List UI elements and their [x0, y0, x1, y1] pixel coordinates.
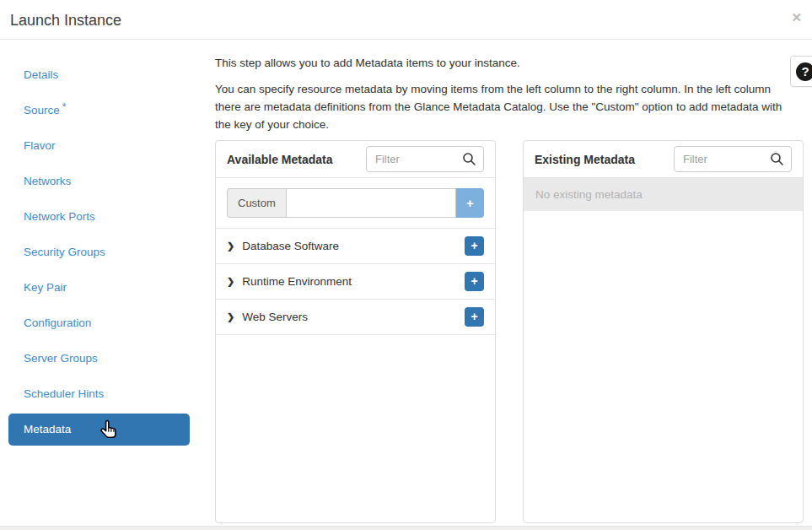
close-icon[interactable]: ✕ — [791, 11, 802, 24]
category-row-runtime-environment[interactable]: ❯ Runtime Environment + — [216, 264, 495, 300]
no-existing-metadata-message: No existing metadata — [524, 178, 803, 211]
sidebar-item-metadata-active[interactable]: Metadata — [8, 414, 190, 446]
existing-filter — [674, 146, 792, 172]
sidebar-item-flavor[interactable]: Flavor — [8, 128, 190, 164]
launch-instance-modal: Launch Instance ✕ Details Source* Flavor… — [0, 0, 812, 530]
category-label: Runtime Environment — [242, 275, 465, 288]
custom-add-button[interactable]: + — [456, 188, 484, 218]
custom-addon-label: Custom — [227, 188, 286, 218]
required-asterisk: * — [62, 101, 67, 113]
custom-metadata-row: Custom + — [216, 178, 495, 229]
existing-metadata-header: Existing Metadata — [524, 141, 803, 178]
sidebar-item-network-ports[interactable]: Network Ports — [8, 199, 190, 235]
category-label: Database Software — [242, 240, 465, 252]
plus-icon: + — [471, 310, 477, 323]
available-metadata-header: Available Metadata — [216, 141, 495, 178]
step-intro-text: This step allows you to add Metadata ite… — [215, 54, 797, 72]
available-filter — [366, 146, 484, 172]
search-icon — [770, 152, 784, 166]
plus-icon: + — [471, 239, 477, 252]
chevron-right-icon: ❯ — [227, 276, 234, 287]
add-category-button[interactable]: + — [465, 307, 484, 327]
help-icon: ? — [796, 62, 812, 81]
category-label: Web Servers — [242, 311, 465, 323]
wizard-step-nav: Details Source* Flavor Networks Network … — [8, 57, 190, 446]
modal-footer-edge — [0, 526, 812, 530]
sidebar-item-scheduler-hints[interactable]: Scheduler Hints — [8, 376, 190, 412]
add-category-button[interactable]: + — [465, 236, 484, 256]
add-category-button[interactable]: + — [465, 272, 484, 291]
step-description: This step allows you to add Metadata ite… — [215, 54, 797, 133]
existing-metadata-title: Existing Metadata — [535, 153, 635, 166]
plus-icon: + — [466, 196, 474, 210]
help-button[interactable]: ? — [790, 56, 812, 87]
custom-key-input[interactable] — [286, 188, 456, 218]
chevron-right-icon: ❯ — [227, 241, 234, 251]
step-help-text: You can specify resource metadata by mov… — [215, 80, 797, 133]
chevron-right-icon: ❯ — [227, 311, 234, 322]
plus-icon: + — [471, 274, 477, 288]
existing-metadata-panel: Existing Metadata No existing metadata — [523, 140, 804, 523]
mouse-hand-cursor-icon — [98, 418, 121, 443]
sidebar-item-security-groups[interactable]: Security Groups — [8, 235, 190, 270]
sidebar-item-configuration[interactable]: Configuration — [8, 306, 190, 341]
sidebar-item-label: Metadata — [24, 423, 71, 435]
sidebar-item-source[interactable]: Source* — [8, 93, 190, 128]
sidebar-item-key-pair[interactable]: Key Pair — [8, 270, 190, 306]
category-row-database-software[interactable]: ❯ Database Software + — [216, 229, 495, 264]
sidebar-item-server-groups[interactable]: Server Groups — [8, 341, 190, 376]
modal-header: Launch Instance ✕ — [0, 0, 812, 40]
available-metadata-panel: Available Metadata Custom + ❯ Database S… — [215, 140, 496, 523]
search-icon — [462, 152, 476, 166]
category-row-web-servers[interactable]: ❯ Web Servers + — [216, 300, 495, 335]
modal-title: Launch Instance — [10, 12, 121, 30]
available-metadata-title: Available Metadata — [227, 153, 333, 166]
sidebar-item-networks[interactable]: Networks — [8, 164, 190, 199]
sidebar-item-details[interactable]: Details — [8, 57, 190, 93]
